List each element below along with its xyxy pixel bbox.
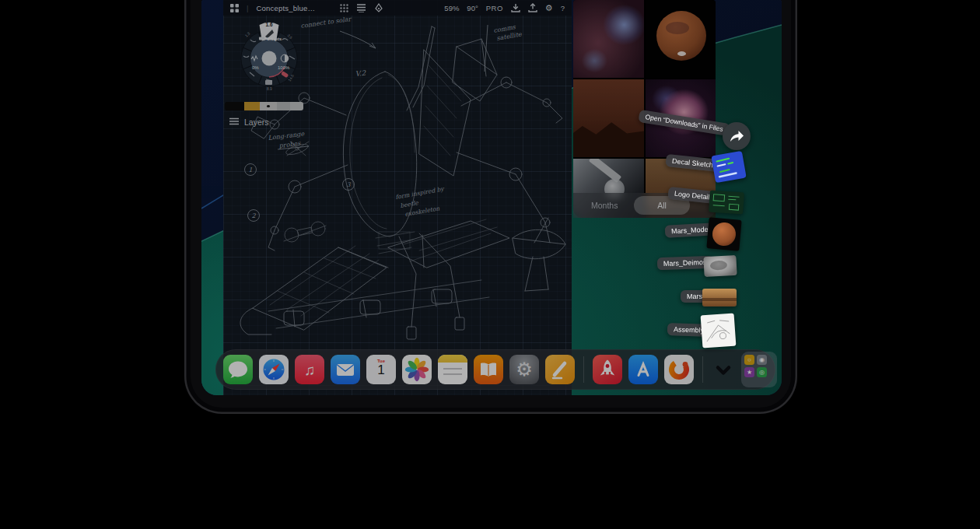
drag-thumb-decal-sketches[interactable] [711, 151, 746, 183]
forward-arrow-icon [729, 130, 744, 142]
drag-thumb-mars-deimos[interactable] [703, 255, 737, 277]
share-forward-button[interactable] [723, 122, 751, 150]
drag-pill-open-downloads[interactable]: Open “Downloads” in Files [638, 110, 730, 136]
drag-thumb-mars-model[interactable] [706, 217, 741, 251]
drag-thumb-assembly[interactable] [701, 314, 737, 349]
drag-layer: Open “Downloads” in Files Decal Sketches… [201, 0, 782, 395]
stage: | Concepts_blue… 59% 90° PRO [0, 0, 980, 529]
ipad-screen: | Concepts_blue… 59% 90° PRO [201, 0, 782, 395]
drag-thumb-logo-detail[interactable] [709, 190, 744, 214]
drag-thumb-mars[interactable] [702, 289, 737, 307]
